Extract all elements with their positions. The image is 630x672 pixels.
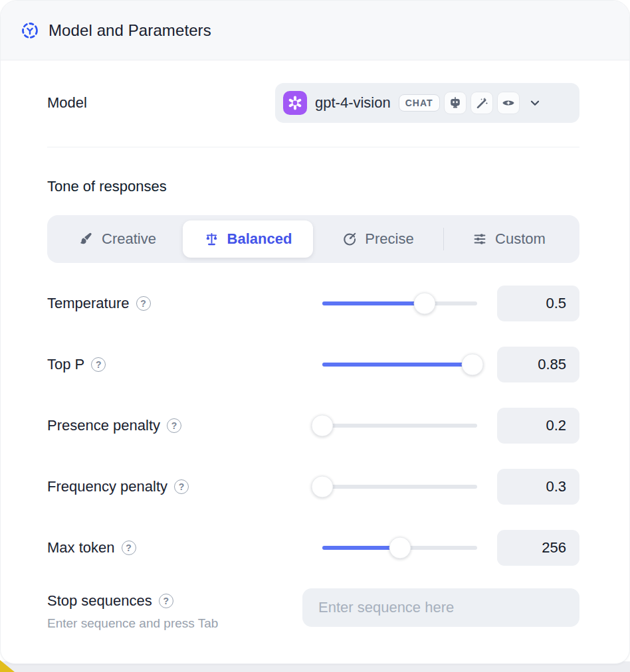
- panel-header: Model and Parameters: [1, 1, 629, 60]
- model-row: Model: [47, 83, 579, 123]
- model-label: Model: [47, 94, 87, 112]
- slider-thumb[interactable]: [312, 476, 334, 498]
- robot-icon: [444, 92, 467, 114]
- max-token-row: Max token ? 256: [47, 530, 579, 566]
- max-token-value[interactable]: 256: [497, 530, 579, 566]
- temperature-slider[interactable]: [322, 292, 477, 315]
- model-select[interactable]: gpt-4-vision CHAT: [275, 83, 579, 123]
- help-icon[interactable]: ?: [122, 541, 136, 555]
- slider-thumb[interactable]: [312, 415, 334, 437]
- presence-penalty-label: Presence penalty: [47, 417, 160, 434]
- chevron-down-icon: [528, 96, 542, 110]
- help-icon[interactable]: ?: [174, 479, 189, 494]
- top-p-row: Top P ? 0.85: [47, 347, 579, 382]
- stop-sequences-row: Stop sequences ? Enter sequence and pres…: [47, 588, 579, 631]
- help-icon[interactable]: ?: [91, 357, 106, 372]
- tone-tab-group: Creative Balanced: [47, 215, 579, 263]
- stop-sequences-input[interactable]: [302, 588, 579, 627]
- temperature-value[interactable]: 0.5: [497, 286, 579, 321]
- tab-custom[interactable]: Custom: [444, 220, 574, 258]
- top-p-value[interactable]: 0.85: [497, 347, 579, 382]
- tab-balanced[interactable]: Balanced: [183, 220, 313, 258]
- slider-thumb[interactable]: [389, 537, 411, 559]
- parameter-list: Temperature ? 0.5 Top P ?: [47, 286, 579, 631]
- paintbrush-icon: [79, 232, 94, 246]
- slider-fill: [322, 363, 472, 367]
- frequency-penalty-value[interactable]: 0.3: [497, 469, 579, 505]
- openai-logo-icon: [283, 91, 307, 115]
- presence-penalty-value[interactable]: 0.2: [497, 408, 579, 444]
- slider-thumb[interactable]: [462, 354, 484, 376]
- max-token-slider[interactable]: [322, 537, 477, 559]
- stop-sequences-label: Stop sequences: [47, 592, 152, 610]
- stop-sequences-helper: Enter sequence and press Tab: [47, 616, 302, 631]
- presence-penalty-row: Presence penalty ? 0.2: [47, 408, 579, 444]
- frequency-penalty-slider[interactable]: [322, 475, 477, 498]
- target-arrow-icon: [342, 232, 357, 246]
- tab-precise[interactable]: Precise: [313, 220, 443, 258]
- model-parameters-panel: Model and Parameters Model: [0, 0, 630, 664]
- slider-thumb[interactable]: [413, 293, 435, 315]
- panel-title: Model and Parameters: [49, 21, 211, 40]
- top-p-label: Top P: [47, 356, 84, 373]
- tab-precise-label: Precise: [365, 230, 413, 248]
- tab-balanced-label: Balanced: [227, 230, 292, 248]
- selected-model-name: gpt-4-vision: [315, 94, 391, 112]
- help-icon[interactable]: ?: [159, 594, 173, 608]
- tab-custom-label: Custom: [495, 230, 546, 248]
- model-hub-icon: [21, 21, 39, 40]
- temperature-row: Temperature ? 0.5: [47, 286, 579, 321]
- magic-wand-icon: [471, 92, 493, 114]
- balance-scale-icon: [204, 232, 219, 247]
- tone-heading: Tone of responses: [47, 178, 579, 195]
- help-icon[interactable]: ?: [167, 418, 181, 433]
- max-token-label: Max token: [47, 539, 115, 556]
- slider-track: [322, 424, 477, 428]
- tab-creative[interactable]: Creative: [52, 220, 183, 258]
- vision-eye-icon: [497, 92, 520, 114]
- presence-penalty-slider[interactable]: [322, 414, 477, 437]
- slider-fill: [322, 301, 425, 305]
- frequency-penalty-row: Frequency penalty ? 0.3: [47, 469, 579, 505]
- slider-track: [322, 485, 477, 489]
- help-icon[interactable]: ?: [136, 296, 151, 311]
- top-p-slider[interactable]: [322, 353, 477, 376]
- section-divider: [47, 147, 579, 147]
- temperature-label: Temperature: [47, 295, 130, 312]
- tab-creative-label: Creative: [102, 230, 156, 248]
- frequency-penalty-label: Frequency penalty: [47, 478, 167, 495]
- model-type-badge: CHAT: [399, 94, 440, 112]
- sliders-icon: [472, 232, 487, 246]
